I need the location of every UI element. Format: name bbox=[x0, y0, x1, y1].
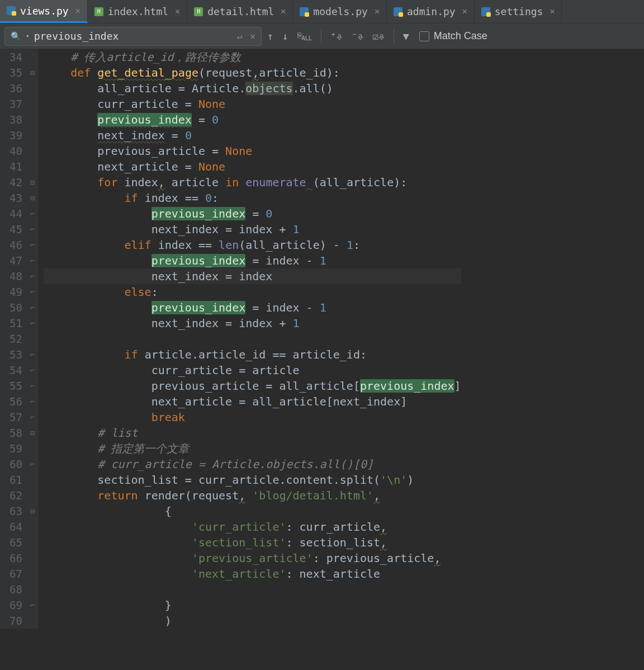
close-icon[interactable]: ✕ bbox=[375, 7, 380, 16]
line-number[interactable]: 52 bbox=[2, 331, 22, 347]
tab-index-html[interactable]: Hindex.html✕ bbox=[88, 0, 187, 23]
fold-mark[interactable]: ⌐ bbox=[27, 300, 38, 315]
line-number[interactable]: 56 bbox=[2, 394, 22, 409]
add-selection-icon[interactable]: ⁺⎀ bbox=[330, 30, 343, 42]
fold-mark[interactable]: ⊟ bbox=[27, 425, 38, 441]
fold-mark[interactable]: ⌐ bbox=[27, 378, 38, 394]
line-number[interactable]: 36 bbox=[2, 81, 22, 96]
prev-match-icon[interactable]: ↑ bbox=[267, 30, 273, 42]
code-line[interactable]: return render(request, 'blog/detail.html… bbox=[44, 488, 461, 503]
code-line[interactable]: previous_index = index - 1 bbox=[44, 253, 461, 268]
filter-icon[interactable]: ▼ bbox=[403, 30, 409, 42]
line-number[interactable]: 64 bbox=[2, 519, 22, 535]
code-line[interactable]: 'curr_article': curr_article, bbox=[44, 519, 461, 535]
fold-mark[interactable]: ⌐ bbox=[27, 253, 38, 268]
line-number[interactable]: 41 bbox=[2, 159, 22, 174]
line-number[interactable]: 60 bbox=[2, 456, 22, 472]
line-number[interactable]: 66 bbox=[2, 550, 22, 566]
code-line[interactable]: next_index = index + 1 bbox=[44, 315, 461, 331]
line-number[interactable]: 39 bbox=[2, 128, 22, 143]
line-number[interactable]: 51 bbox=[2, 315, 22, 331]
line-number[interactable]: 53 bbox=[2, 347, 22, 362]
line-number[interactable]: 44 bbox=[2, 206, 22, 221]
fold-mark[interactable]: ⌐ bbox=[27, 268, 38, 284]
code-area[interactable]: # 传入article_id，路径传参数 def get_detial_page… bbox=[38, 49, 461, 629]
code-line[interactable]: next_article = None bbox=[44, 159, 461, 174]
code-line[interactable]: next_article = all_article[next_index] bbox=[44, 394, 461, 409]
line-number[interactable]: 65 bbox=[2, 535, 22, 550]
code-line[interactable]: else: bbox=[44, 284, 461, 300]
line-number[interactable]: 70 bbox=[2, 613, 22, 629]
line-number[interactable]: 38 bbox=[2, 112, 22, 128]
fold-mark[interactable]: ⌐ bbox=[27, 221, 38, 237]
line-number[interactable]: 63 bbox=[2, 503, 22, 519]
line-number[interactable]: 58 bbox=[2, 425, 22, 441]
code-line[interactable]: # list bbox=[44, 425, 461, 441]
close-icon[interactable]: ✕ bbox=[281, 7, 286, 16]
fold-mark[interactable]: ⌐ bbox=[27, 347, 38, 362]
tab-settings[interactable]: settings✕ bbox=[475, 0, 562, 23]
select-all-icon[interactable]: ⎘ALL bbox=[297, 31, 312, 41]
fold-mark[interactable]: ⌐ bbox=[27, 315, 38, 331]
code-line[interactable] bbox=[44, 331, 461, 347]
fold-mark[interactable]: ⌐ bbox=[27, 394, 38, 409]
fold-mark[interactable]: ⌐ bbox=[27, 284, 38, 300]
code-line[interactable]: previous_index = 0 bbox=[44, 206, 461, 221]
line-number[interactable]: 48 bbox=[2, 268, 22, 284]
close-icon[interactable]: ✕ bbox=[550, 7, 555, 16]
line-number[interactable]: 61 bbox=[2, 472, 22, 488]
close-icon[interactable]: ✕ bbox=[175, 7, 180, 16]
fold-mark[interactable]: ⌐ bbox=[27, 362, 38, 378]
code-line[interactable]: previous_article = all_article[previous_… bbox=[44, 378, 461, 394]
match-case-checkbox[interactable] bbox=[419, 31, 429, 41]
tab-admin-py[interactable]: admin.py✕ bbox=[387, 0, 475, 23]
code-line[interactable]: curr_article = article bbox=[44, 362, 461, 378]
code-line[interactable]: { bbox=[44, 503, 461, 519]
tab-models-py[interactable]: models.py✕ bbox=[293, 0, 387, 23]
line-number[interactable]: 42 bbox=[2, 174, 22, 190]
code-line[interactable]: 'next_article': next_article bbox=[44, 566, 461, 582]
line-number[interactable]: 57 bbox=[2, 409, 22, 425]
line-number[interactable]: 40 bbox=[2, 143, 22, 159]
fold-mark[interactable]: ⌐ bbox=[27, 409, 38, 425]
line-number[interactable]: 35 bbox=[2, 65, 22, 81]
fold-mark[interactable]: ⌐ bbox=[27, 206, 38, 221]
code-line[interactable]: next_index = index bbox=[44, 268, 461, 284]
code-line[interactable] bbox=[44, 582, 461, 597]
fold-mark[interactable]: ⌐ bbox=[27, 597, 38, 613]
code-line[interactable]: 'section_list': section_list, bbox=[44, 535, 461, 550]
code-line[interactable]: for index, article in enumerate (all_art… bbox=[44, 174, 461, 190]
code-line[interactable]: next_index = 0 bbox=[44, 128, 461, 143]
code-line[interactable]: section_list = curr_article.content.spli… bbox=[44, 472, 461, 488]
remove-selection-icon[interactable]: ⁻⎀ bbox=[351, 30, 363, 42]
tab-detail-html[interactable]: Hdetail.html✕ bbox=[187, 0, 293, 23]
fold-mark[interactable]: ⌐ bbox=[27, 456, 38, 472]
code-line[interactable]: previous_index = 0 bbox=[44, 112, 461, 128]
fold-mark[interactable]: ⊟ bbox=[27, 190, 38, 206]
line-number[interactable]: 69 bbox=[2, 597, 22, 613]
close-icon[interactable]: ✕ bbox=[462, 7, 467, 16]
code-line[interactable]: 'previous_article': previous_article, bbox=[44, 550, 461, 566]
search-input[interactable] bbox=[34, 30, 233, 42]
code-line[interactable]: elif index == len(all_article) - 1: bbox=[44, 237, 461, 253]
line-number[interactable]: 55 bbox=[2, 378, 22, 394]
close-icon[interactable]: ✕ bbox=[75, 7, 80, 15]
code-line[interactable]: # 传入article_id，路径传参数 bbox=[44, 49, 461, 65]
line-number[interactable]: 34 bbox=[2, 49, 22, 65]
find-input-wrap[interactable]: 🔍 ▾ ↵ ✕ bbox=[4, 27, 262, 46]
fold-mark[interactable]: ⌐ bbox=[27, 237, 38, 253]
code-line[interactable]: curr_article = None bbox=[44, 96, 461, 112]
fold-mark[interactable]: ⊟ bbox=[27, 503, 38, 519]
line-number[interactable]: 46 bbox=[2, 237, 22, 253]
line-number[interactable]: 47 bbox=[2, 253, 22, 268]
line-number[interactable]: 67 bbox=[2, 566, 22, 582]
next-match-icon[interactable]: ↓ bbox=[282, 30, 288, 42]
line-number[interactable]: 37 bbox=[2, 96, 22, 112]
fold-mark[interactable]: ⊟ bbox=[27, 65, 38, 81]
line-number[interactable]: 62 bbox=[2, 488, 22, 503]
code-line[interactable]: previous_index = index - 1 bbox=[44, 300, 461, 315]
code-line[interactable]: break bbox=[44, 409, 461, 425]
code-line[interactable]: def get_detial_page(request,article_id): bbox=[44, 65, 461, 81]
line-number[interactable]: 68 bbox=[2, 582, 22, 597]
code-line[interactable]: ) bbox=[44, 613, 461, 629]
